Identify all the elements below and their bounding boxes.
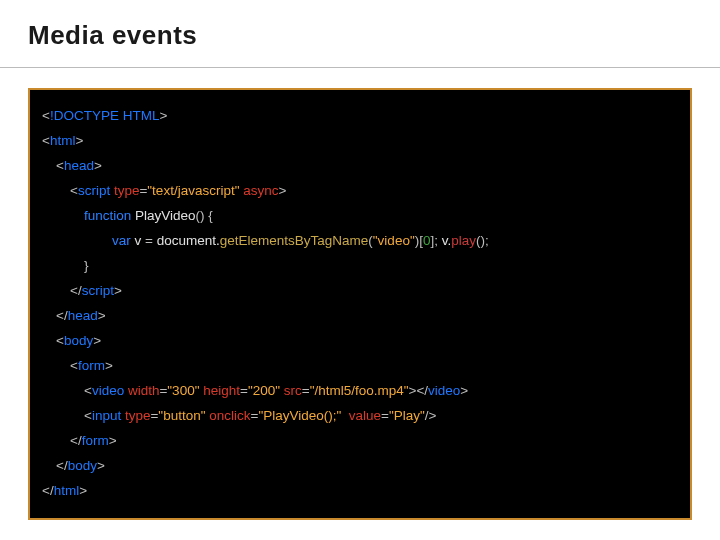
code-line: <script type="text/javascript" async> — [42, 179, 678, 204]
code-line: </html> — [42, 479, 678, 504]
code-line: <video width="300" height="200" src="/ht… — [42, 379, 678, 404]
code-line: function PlayVideo() { — [42, 204, 678, 229]
code-line: </body> — [42, 454, 678, 479]
code-line: var v = document.getElementsByTagName("v… — [42, 229, 678, 254]
code-line: <html> — [42, 129, 678, 154]
code-line: } — [42, 254, 678, 279]
slide: Media events <!DOCTYPE HTML> <html> <hea… — [0, 0, 720, 520]
code-line: </form> — [42, 429, 678, 454]
divider — [0, 67, 720, 68]
code-line: </head> — [42, 304, 678, 329]
code-line: <body> — [42, 329, 678, 354]
code-line: </script> — [42, 279, 678, 304]
code-line: <input type="button" onclick="PlayVideo(… — [42, 404, 678, 429]
code-line: <head> — [42, 154, 678, 179]
code-line: <form> — [42, 354, 678, 379]
page-title: Media events — [28, 20, 692, 51]
code-block: <!DOCTYPE HTML> <html> <head> <script ty… — [28, 88, 692, 520]
code-line: <!DOCTYPE HTML> — [42, 104, 678, 129]
